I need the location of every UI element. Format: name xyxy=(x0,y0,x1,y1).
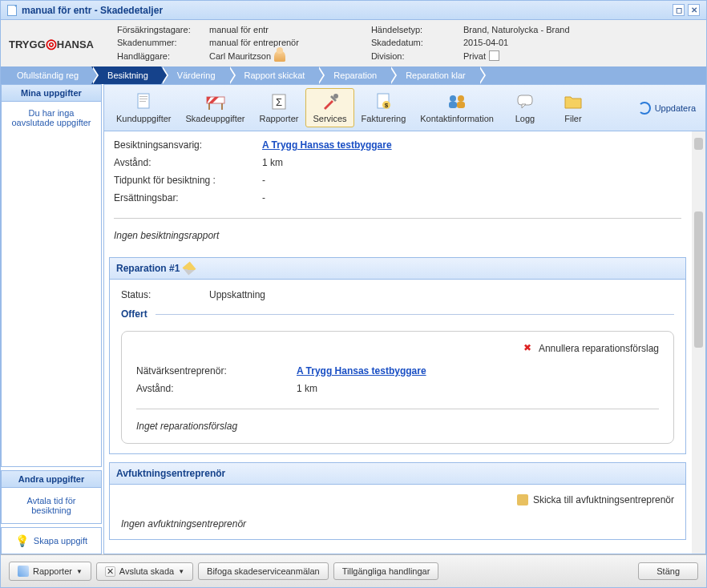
content-area: Besiktningsansvarig:A Trygg Hansas testb… xyxy=(104,131,705,554)
info-insured-label: Försäkringstagare: xyxy=(117,25,209,34)
sigma-icon: Σ xyxy=(268,92,290,111)
prog-step-3[interactable]: Värdering xyxy=(161,66,228,84)
info-header: TRYGG◎HANSA Försäkringstagare:manual för… xyxy=(1,20,706,66)
tools-icon xyxy=(319,92,341,111)
prog-step-2[interactable]: Besiktning xyxy=(91,66,161,84)
person-icon xyxy=(274,50,285,62)
network-link[interactable]: A Trygg Hansas testbyggare xyxy=(297,365,426,377)
tab-log[interactable]: Logg xyxy=(501,88,549,127)
svg-rect-19 xyxy=(518,95,532,105)
repair-heading: Reparation #1 xyxy=(116,263,180,274)
bottom-docs-button[interactable]: Tillgängliga handlingar xyxy=(333,562,439,580)
svg-rect-7 xyxy=(208,103,210,110)
tab-customer[interactable]: Kunduppgifter xyxy=(109,88,179,127)
toolbar: Kunduppgifter Skadeuppgifter ΣRapporter … xyxy=(104,85,705,131)
logo: TRYGG◎HANSA xyxy=(9,25,93,62)
info-date-label: Skadedatum: xyxy=(371,38,463,47)
offert-box: Annullera reparationsförslag Nätvärksent… xyxy=(121,331,674,444)
create-task-button[interactable]: Skapa uppgift xyxy=(34,534,87,547)
no-dehumid-note: Ingen avfuktningsentreprenör xyxy=(121,513,674,530)
prog-step-1[interactable]: Ofullständig reg xyxy=(1,66,91,84)
scroll-thumb[interactable] xyxy=(694,211,703,348)
svg-text:Σ: Σ xyxy=(276,96,282,108)
window-title: manual för entr - Skadedetaljer xyxy=(22,5,163,16)
lightbulb-icon: 💡 xyxy=(15,534,29,547)
document-icon xyxy=(132,92,155,111)
progress-bar: Ofullständig reg Besiktning Värdering Ra… xyxy=(1,66,706,84)
info-handler-value: Carl Mauritzson xyxy=(209,50,285,62)
svg-point-15 xyxy=(450,95,456,102)
network-distance-value: 1 km xyxy=(297,383,317,394)
prog-step-5[interactable]: Reparation xyxy=(317,66,390,84)
svg-point-11 xyxy=(333,94,338,99)
checkbox-icon xyxy=(489,50,499,61)
svg-rect-3 xyxy=(139,101,146,102)
inspector-label: Besiktningsansvarig: xyxy=(114,139,262,151)
bottom-bar: Rapporter▼ ✕Avsluta skada▼ Bifoga skades… xyxy=(1,554,706,587)
info-claimno-label: Skadenummer: xyxy=(117,38,209,47)
folder-icon xyxy=(562,92,584,111)
bottom-close-button[interactable]: Stäng xyxy=(638,562,698,580)
tab-contacts[interactable]: Kontaktinformation xyxy=(413,88,501,127)
info-event-value: Brand, Naturolycka - Brand xyxy=(463,25,570,34)
refresh-button[interactable]: Uppdatera xyxy=(633,99,701,118)
repair-panel: Reparation #1 Status:Uppskattning Offert… xyxy=(109,257,686,454)
refresh-icon xyxy=(638,102,651,115)
svg-point-17 xyxy=(458,95,464,102)
info-claimno-value: manual för entreprenör xyxy=(209,38,299,47)
tab-billing[interactable]: $Fakturering xyxy=(354,88,414,127)
distance-label: Avstånd: xyxy=(114,157,262,168)
scrollbar[interactable] xyxy=(692,131,705,554)
info-division-value: Privat xyxy=(463,50,499,61)
bottom-attach-button[interactable]: Bifoga skadeserviceanmälan xyxy=(198,562,329,580)
bottom-close-claim-button[interactable]: ✕Avsluta skada▼ xyxy=(96,562,193,581)
prog-step-4[interactable]: Rapport skickat xyxy=(228,66,318,84)
document-icon xyxy=(7,5,17,16)
distance-value: 1 km xyxy=(262,157,283,168)
sidebar-other-head: Andra uppgifter xyxy=(2,471,101,488)
edit-icon[interactable] xyxy=(183,262,196,276)
bottom-reports-button[interactable]: Rapporter▼ xyxy=(9,562,91,581)
network-label: Nätvärksentreprenör: xyxy=(136,365,297,377)
inspector-link[interactable]: A Trygg Hansas testbyggare xyxy=(262,139,392,151)
svg-text:$: $ xyxy=(385,102,389,109)
title-bar: manual för entr - Skadedetaljer ◻ ✕ xyxy=(1,1,706,20)
report-icon xyxy=(18,566,29,577)
tab-reports[interactable]: ΣRapporter xyxy=(252,88,306,127)
compensable-label: Ersättningsbar: xyxy=(114,192,262,203)
tab-damage[interactable]: Skadeuppgifter xyxy=(179,88,252,127)
info-date-value: 2015-04-01 xyxy=(463,38,508,47)
network-distance-label: Avstånd: xyxy=(136,383,297,394)
info-division-label: Division: xyxy=(371,51,463,61)
cancel-proposal-button[interactable]: Annullera reparationsförslag xyxy=(136,343,659,354)
sidebar-book-inspection-link[interactable]: Avtala tid för besiktning xyxy=(6,494,96,517)
svg-rect-1 xyxy=(139,96,147,97)
time-label: Tidpunkt för besiktning : xyxy=(114,175,262,186)
no-proposal-note: Inget reparationsförslag xyxy=(136,421,659,432)
tab-services[interactable]: Services xyxy=(305,88,354,127)
close-claim-icon: ✕ xyxy=(105,566,115,577)
chat-icon xyxy=(514,92,536,111)
dehumid-heading: Avfuktningsentreprenör xyxy=(110,463,685,485)
info-insured-value: manual för entr xyxy=(209,25,269,34)
svg-marker-20 xyxy=(522,104,526,108)
maximize-button[interactable]: ◻ xyxy=(673,4,685,16)
sidebar-mytasks-body: Du har inga oavslutade uppgifter xyxy=(2,102,101,466)
time-value: - xyxy=(262,175,265,186)
scroll-up-icon[interactable] xyxy=(694,138,703,150)
send-dehumid-button[interactable]: Skicka till avfuktningsentreprenör xyxy=(121,494,674,505)
invoice-icon: $ xyxy=(372,92,394,111)
sidebar-mytasks-head: Mina uppgifter xyxy=(2,85,101,102)
prog-step-6[interactable]: Reparation klar xyxy=(390,66,479,84)
tab-files[interactable]: Filer xyxy=(549,88,597,127)
compensable-value: - xyxy=(262,192,265,203)
status-value: Uppskattning xyxy=(209,289,265,300)
svg-rect-8 xyxy=(221,103,223,110)
svg-rect-18 xyxy=(457,102,465,108)
info-handler-label: Handläggare: xyxy=(117,51,209,61)
info-event-label: Händelsetyp: xyxy=(371,25,463,34)
close-window-button[interactable]: ✕ xyxy=(688,4,700,16)
offert-heading: Offert xyxy=(121,308,674,320)
svg-rect-16 xyxy=(449,102,457,108)
no-inspection-note: Ingen besiktningsrapport xyxy=(109,230,686,249)
